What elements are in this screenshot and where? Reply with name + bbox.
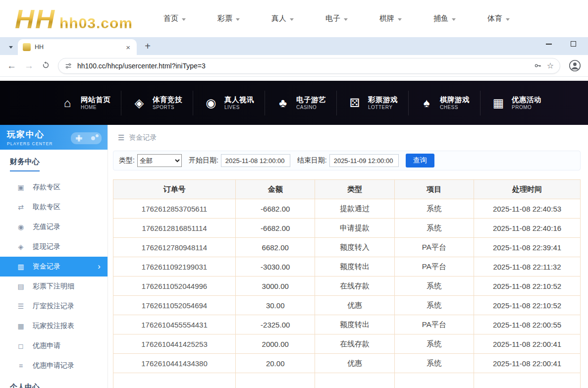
- main-nav-label-en: SPORTS: [153, 104, 182, 111]
- url-bar[interactable]: hh100.cc/hhcp/usercenter.html?iniType=3 …: [58, 58, 560, 74]
- reload-button[interactable]: [42, 61, 50, 71]
- withdraw-icon: ⇄: [16, 203, 25, 211]
- main-nav-text: 优惠活动PROMO: [512, 95, 541, 111]
- main-nav-text: 体育竞技SPORTS: [153, 95, 182, 111]
- top-nav-item[interactable]: 体育: [487, 14, 510, 23]
- table-row: 17626110520449963000.00在线存款系统2025-11-08 …: [113, 277, 581, 296]
- browser-tab[interactable]: HH ×: [18, 39, 137, 55]
- table-cell: 1762610455554431: [113, 315, 236, 334]
- back-button[interactable]: ←: [7, 61, 16, 70]
- forward-button[interactable]: →: [24, 61, 34, 70]
- sidebar-item[interactable]: ◈提现记录: [0, 237, 107, 257]
- table-cell: [474, 373, 580, 388]
- window-controls: [546, 41, 576, 47]
- site-logo[interactable]: HH hh03.com: [15, 3, 133, 34]
- chevron-down-icon: [344, 18, 348, 21]
- table-cell: 2000.00: [236, 334, 315, 354]
- table-cell: 在线存款: [315, 334, 394, 354]
- table-row: 1762612853705611-6682.00提款通过系统2025-11-08…: [113, 199, 581, 219]
- table-cell: 1762611052054694: [113, 296, 236, 315]
- sidebar-item[interactable]: ▥资金记录›: [0, 257, 107, 277]
- reload-icon: [42, 61, 50, 69]
- sidebar-item-label: 彩票下注明细: [33, 282, 74, 291]
- type-select[interactable]: 全部: [137, 154, 182, 167]
- maximize-button[interactable]: [571, 41, 576, 47]
- table-cell: [113, 373, 236, 388]
- table-cell: 在线存款: [315, 277, 394, 296]
- top-nav-label: 捕鱼: [433, 14, 448, 23]
- chevron-down-icon: [182, 18, 186, 21]
- tab-search-button[interactable]: [5, 41, 17, 53]
- main-nav-label-en: LOTTERY: [368, 104, 398, 111]
- recharge-record-icon: ◉: [16, 223, 25, 231]
- main-nav-text: 网站首页HOME: [81, 95, 110, 111]
- top-nav-item[interactable]: 棋牌: [379, 14, 402, 23]
- top-nav-item[interactable]: 捕鱼: [433, 14, 456, 23]
- table-cell: -6682.00: [236, 199, 315, 219]
- chevron-down-icon: [236, 18, 240, 21]
- main-nav-label-zh: 电子游艺: [296, 95, 326, 105]
- sidebar-item[interactable]: ◻优惠申请: [0, 336, 107, 356]
- main-nav-item[interactable]: ◈体育竞技SPORTS: [121, 91, 193, 115]
- main-nav-item[interactable]: ▦优惠活动PROMO: [480, 91, 552, 115]
- table-cell: 系统: [394, 219, 474, 238]
- table-cell: 提款通过: [315, 199, 394, 219]
- table-cell: PA平台: [394, 257, 474, 277]
- table-cell: 1762610441425253: [113, 334, 236, 354]
- tab-close-button[interactable]: ×: [124, 43, 132, 52]
- sidebar-item-label: 优惠申请: [33, 341, 60, 350]
- top-nav-item[interactable]: 真人: [271, 14, 294, 23]
- start-date-input[interactable]: [221, 154, 290, 167]
- top-nav-item[interactable]: 电子: [325, 14, 348, 23]
- table-cell: [394, 373, 474, 388]
- site-info-icon[interactable]: [64, 62, 72, 70]
- main-nav-item[interactable]: ⌂网站首页HOME: [50, 91, 121, 115]
- sidebar-item[interactable]: ▤彩票下注明细: [0, 277, 107, 296]
- tab-title: HH: [35, 44, 120, 51]
- personal-section-label: 个人中心: [0, 376, 107, 388]
- table-cell: 1762612853705611: [113, 199, 236, 219]
- main-nav-item[interactable]: ⚄彩票游戏LOTTERY: [336, 91, 408, 115]
- url-text[interactable]: hh100.cc/hhcp/usercenter.html?iniType=3: [77, 62, 529, 70]
- person-icon: [569, 59, 581, 72]
- main-nav-item[interactable]: ♠棋牌游戏CHESS: [408, 91, 480, 115]
- sidebar-item[interactable]: ◉充值记录: [0, 217, 107, 237]
- sidebar-item[interactable]: ▣存款专区: [0, 177, 107, 197]
- main-nav-label-zh: 体育竞技: [153, 95, 182, 105]
- table-header-cell: 订单号: [113, 180, 236, 199]
- top-nav-label: 真人: [271, 14, 286, 23]
- profile-avatar[interactable]: [568, 59, 581, 72]
- browser-toolbar: ← → hh100.cc/hhcp/usercenter.html?iniTyp…: [0, 55, 588, 77]
- main-panel: ☰ 资金记录 类型: 全部 开始日期: 结束日期: 查询 订: [108, 125, 588, 388]
- end-date-input[interactable]: [329, 154, 399, 167]
- home-icon: ⌂: [60, 96, 75, 110]
- sidebar-item[interactable]: ☰厅室投注记录: [0, 296, 107, 316]
- main-nav-item[interactable]: ♣电子游艺CASINO: [265, 91, 336, 115]
- sidebar-item[interactable]: ⇄取款专区: [0, 197, 107, 217]
- hamburger-icon: ☰: [118, 133, 124, 142]
- main-nav-item[interactable]: ◉真人视讯LIVES: [193, 91, 265, 115]
- casino-icon: ♣: [275, 96, 290, 110]
- main-nav-label-zh: 网站首页: [81, 95, 110, 105]
- table-cell: 1762612816851114: [113, 219, 236, 238]
- password-key-icon[interactable]: [534, 61, 542, 70]
- new-tab-button[interactable]: +: [141, 39, 155, 53]
- breadcrumb: ☰ 资金记录: [113, 125, 581, 151]
- main-nav-text: 棋牌游戏CHESS: [440, 95, 470, 111]
- query-button[interactable]: 查询: [406, 154, 434, 167]
- table-cell: -6682.00: [236, 219, 315, 238]
- bookmark-star-icon[interactable]: ☆: [547, 61, 554, 70]
- start-date-label: 开始日期:: [189, 156, 218, 165]
- sidebar-item-label: 取款专区: [33, 203, 60, 212]
- table-cell: 20.00: [236, 354, 315, 373]
- minimize-button[interactable]: [546, 44, 552, 45]
- main-nav-label-zh: 优惠活动: [512, 95, 541, 105]
- table-cell: 2025-11-08 22:00:41: [474, 354, 580, 373]
- top-nav-item[interactable]: 首页: [163, 14, 186, 23]
- table-cell: PA平台: [394, 238, 474, 257]
- sidebar-item[interactable]: ▦玩家投注报表: [0, 316, 107, 336]
- content: 玩家中心 PLAYERS CENTER 财务中心 ▣存款专区⇄取款专区◉充值记录…: [0, 125, 588, 388]
- sidebar-item[interactable]: ≡优惠申请记录: [0, 356, 107, 376]
- room-bet-record-icon: ☰: [16, 302, 25, 310]
- top-nav-item[interactable]: 彩票: [217, 14, 240, 23]
